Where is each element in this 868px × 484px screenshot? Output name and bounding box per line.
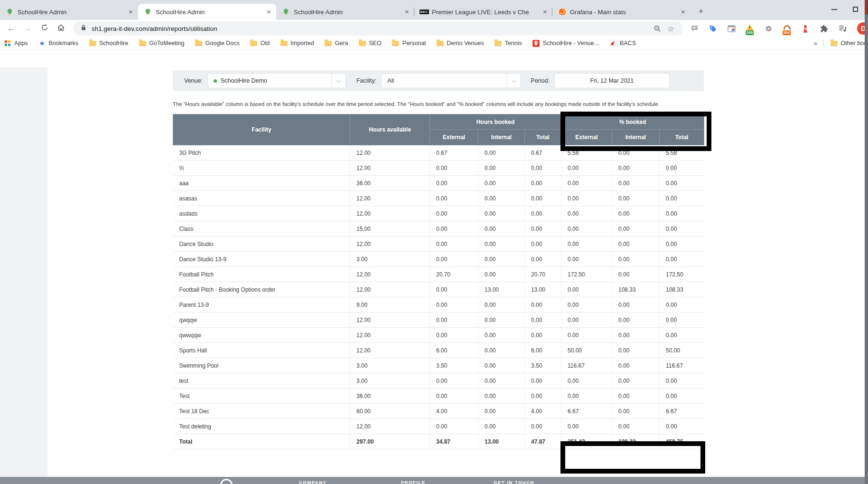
value-cell: 116.67 [561, 358, 612, 373]
tab-close-icon[interactable]: ✕ [264, 8, 273, 16]
bookmark-item[interactable]: Imported [280, 39, 314, 47]
table-row: qwqqw12.000.000.000.000.000.000.00 [173, 313, 704, 328]
facility-cell: asdads [173, 206, 350, 221]
new-tab-button[interactable]: + [694, 5, 708, 18]
table-row: Swimming Pool3.003.500.003.50116.670.001… [173, 358, 704, 373]
tab-strip: SchoolHire Admin✕SchoolHire Admin✕School… [0, 4, 708, 20]
bookmark-item[interactable]: Personal [392, 39, 426, 47]
bookmark-item[interactable]: Google Docs [195, 39, 240, 47]
bookmark-star-icon[interactable]: ☆ [664, 24, 677, 33]
value-cell: 0.00 [525, 161, 561, 176]
table-row: asdads12.000.000.000.000.000.000.00 [173, 206, 704, 221]
period-input[interactable]: Fri, 12 Mar 2021 [554, 73, 670, 88]
browser-tab[interactable]: BBCPremier League LIVE: Leeds v Che✕ [414, 4, 552, 20]
value-cell: 3.00 [350, 252, 430, 267]
bookmarks-bar: Apps★BookmarksSchoolHireGoToMeetingGoogl… [0, 37, 868, 50]
address-bar[interactable]: sh1.gera-it-dev.com/admin/reports/utilis… [73, 21, 683, 36]
value-cell: 0.00 [612, 191, 660, 206]
value-cell: 0.00 [478, 373, 525, 389]
bookmark-label: Tennis [505, 40, 522, 47]
col-hb-external: External [430, 130, 478, 145]
folder-icon [436, 39, 444, 47]
url-text[interactable]: sh1.gera-it-dev.com/admin/reports/utilis… [92, 25, 651, 32]
value-cell: 0.00 [478, 191, 525, 206]
ext-speech-bubble-icon[interactable] [690, 23, 699, 34]
value-cell: 116.67 [660, 358, 704, 373]
ext-gear-icon[interactable] [764, 23, 773, 34]
value-cell: 0.00 [612, 176, 660, 191]
table-row: qwwqqw12.000.000.000.000.000.000.00 [173, 328, 704, 343]
browser-tab[interactable]: SchoolHire Admin✕ [276, 4, 414, 20]
tab-close-icon[interactable]: ✕ [126, 8, 135, 16]
window-minimize-button[interactable] [831, 9, 837, 10]
bookmark-item[interactable]: BACS [609, 39, 636, 47]
value-cell: 0.00 [478, 313, 525, 328]
group-hours-booked: Hours booked [430, 114, 561, 130]
bookmark-item[interactable]: Apps [4, 39, 28, 47]
venue-status-dot [214, 79, 217, 83]
bookmark-label: Imported [290, 40, 314, 47]
page-left-margin [0, 67, 47, 477]
browser-tab[interactable]: SchoolHire Admin✕ [138, 4, 276, 20]
facility-cell: asasas [173, 191, 350, 206]
value-cell: 0.00 [478, 297, 525, 313]
ext-redirect-icon[interactable]: 302 [782, 23, 792, 34]
bookmark-item[interactable]: Old [250, 39, 270, 47]
schoolhire-pin-icon [6, 8, 14, 16]
bookmark-item[interactable]: SchoolHire - Venue... [532, 39, 599, 47]
bookmark-item[interactable]: SEO [358, 39, 381, 47]
table-row: Test36.000.000.000.000.000.000.00 [173, 389, 704, 404]
value-cell: 12.00 [350, 419, 430, 434]
warning-badge: 200 [746, 30, 754, 35]
facility-cell: Parent 13-9 [173, 297, 350, 313]
bookmark-item[interactable]: Gera [325, 39, 348, 47]
footer-logo-icon [220, 479, 233, 484]
bookmark-item[interactable]: Tennis [495, 39, 522, 47]
value-cell: 3.50 [525, 358, 561, 373]
bookmark-label: Gera [335, 40, 348, 47]
value-cell: 12.00 [350, 191, 430, 206]
tab-close-icon[interactable]: ✕ [679, 8, 688, 16]
bacs-icon [609, 39, 617, 47]
venue-select[interactable]: SchoolHire Demo [207, 73, 346, 88]
value-cell: 0.00 [430, 206, 478, 221]
tab-close-icon[interactable]: ✕ [541, 8, 550, 16]
browser-tab[interactable]: SchoolHire Admin✕ [0, 4, 138, 20]
tab-close-icon[interactable]: ✕ [402, 8, 411, 16]
facility-cell: qwwqqw [173, 328, 350, 343]
value-cell: 0.00 [561, 297, 612, 313]
facility-select[interactable]: All [381, 73, 521, 88]
zoom-out-icon[interactable] [651, 25, 664, 32]
bookmark-label: BACS [620, 40, 636, 47]
table-note: The "Hours available" column is based on… [173, 101, 723, 107]
value-cell: 0.00 [525, 373, 561, 389]
window-maximize-button[interactable] [853, 7, 858, 12]
bookmark-item[interactable]: GoToMeeting [139, 39, 184, 47]
value-cell: 0.00 [561, 206, 612, 221]
bookmark-item[interactable]: ★Bookmarks [38, 39, 79, 47]
home-button[interactable] [53, 24, 69, 34]
chevron-down-icon[interactable] [506, 74, 521, 88]
value-cell: 0.00 [612, 404, 660, 419]
value-cell: 0.00 [660, 419, 704, 434]
ext-tag-icon[interactable] [708, 23, 718, 34]
bookmark-item[interactable]: SchoolHire [89, 39, 128, 47]
value-cell: 0.00 [478, 389, 525, 404]
bookmark-item[interactable]: Demo Venues [436, 39, 484, 47]
reading-list-icon[interactable] [838, 23, 847, 34]
value-cell: 20.70 [430, 267, 478, 282]
extensions-puzzle-icon[interactable] [819, 23, 829, 34]
back-button[interactable]: ← [3, 24, 19, 33]
ext-warning-icon[interactable]: 200 [745, 23, 755, 34]
browser-tab[interactable]: Grafana - Main stats✕ [552, 4, 691, 20]
reload-button[interactable] [36, 24, 53, 34]
chevron-down-icon[interactable] [331, 74, 345, 88]
value-cell: 0.00 [612, 161, 660, 176]
value-cell: 0.00 [430, 161, 478, 176]
other-bookmarks[interactable]: Other boo [830, 39, 867, 47]
forward-button[interactable]: → [19, 24, 36, 33]
ext-lighthouse-icon[interactable] [801, 23, 810, 34]
value-cell: 36.00 [350, 176, 430, 191]
bookmarks-overflow-chevron[interactable]: » [814, 39, 818, 47]
ext-window-icon[interactable] [727, 23, 736, 34]
